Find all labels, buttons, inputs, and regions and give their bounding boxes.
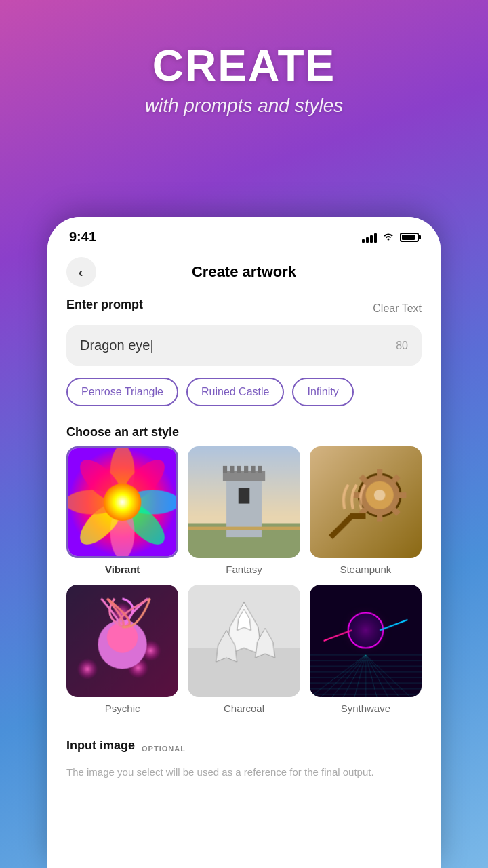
optional-badge: OPTIONAL [142,745,186,753]
art-style-label-psychic: Psychic [105,703,140,714]
art-style-thumbnail-psychic [66,585,178,696]
input-image-section: Input image OPTIONAL The image you selec… [66,728,422,797]
hero-title: CREATE [0,41,488,91]
art-style-charcoal[interactable]: Charcoal [188,585,300,713]
art-style-fantasy[interactable]: Fantasy [188,446,300,575]
art-style-thumbnail-steampunk [310,446,422,558]
art-style-vibrant[interactable]: Vibrant [66,446,178,575]
status-icons [362,231,419,243]
art-style-label-fantasy: Fantasy [226,564,262,575]
prompt-input[interactable]: Dragon eye| 80 [66,326,422,366]
wifi-icon [382,231,394,243]
art-style-thumbnail-fantasy [188,446,300,558]
art-style-synthwave[interactable]: Synthwave [310,585,422,713]
art-style-grid: VibrantFantasySteampunkPsychicCharcoalSy… [66,446,422,714]
art-style-thumbnail-charcoal [188,585,300,696]
input-image-label: Input image [66,738,135,753]
input-image-description: The image you select will be used as a r… [66,765,422,781]
status-time: 9:41 [69,229,96,245]
prompt-label: Enter prompt [66,298,143,312]
art-style-label-synthwave: Synthwave [341,703,390,714]
back-button[interactable]: ‹ [66,257,96,287]
back-chevron-icon: ‹ [79,264,83,280]
art-style-thumbnail-synthwave [310,585,422,696]
art-style-thumbnail-vibrant [68,448,176,556]
chip-infinity[interactable]: Infinity [292,378,353,406]
nav-title: Create artwork [96,263,392,281]
phone-frame: 9:41 ‹ Create artwork Enter prompt [47,217,441,868]
clear-text-button[interactable]: Clear Text [373,302,422,315]
art-style-label: Choose an art style [66,425,422,439]
art-style-label-vibrant: Vibrant [105,564,140,575]
suggestion-chips: Penrose Triangle Ruined Castle Infinity [66,378,422,406]
prompt-value: Dragon eye| [80,338,154,353]
char-count: 80 [396,340,408,352]
art-style-label-charcoal: Charcoal [224,703,264,714]
hero-subtitle: with prompts and styles [0,95,488,117]
chip-ruined[interactable]: Ruined Castle [186,378,285,406]
battery-icon [400,233,419,242]
art-style-label-steampunk: Steampunk [340,564,391,575]
signal-icon [362,232,377,243]
nav-bar: ‹ Create artwork [47,252,441,298]
main-content: Enter prompt Clear Text Dragon eye| 80 P… [47,298,441,861]
status-bar: 9:41 [47,217,441,252]
art-style-psychic[interactable]: Psychic [66,585,178,713]
chip-penrose[interactable]: Penrose Triangle [66,378,178,406]
art-style-steampunk[interactable]: Steampunk [310,446,422,575]
art-style-section: Choose an art style VibrantFantasySteamp… [66,425,422,714]
